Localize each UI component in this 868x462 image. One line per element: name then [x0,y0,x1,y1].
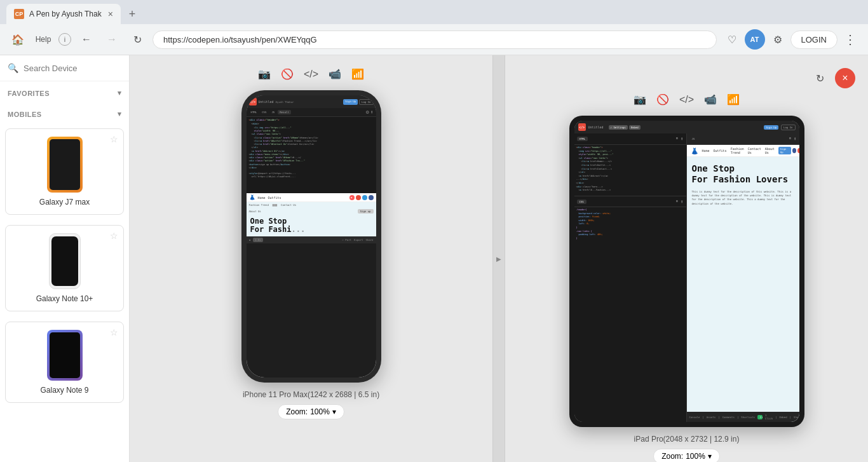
tab-close-button[interactable]: × [108,9,113,19]
wifi-icon-right[interactable]: 📶 [727,93,740,105]
tablet-frame: </> Untitled ✓ Settings Embed Sign Up Lo… [569,116,804,427]
zoom-chevron-right: ▾ [708,452,712,461]
refresh-button[interactable]: ↻ [127,29,147,50]
nav-bar: 🏠 Help i ← → ↻ https://codepen.io/tsayus… [0,24,868,55]
zoom-label-left: Zoom: [286,407,308,416]
active-tab[interactable]: CP A Pen by Ayush Thak × [6,4,121,24]
tab-favicon: CP [14,9,24,19]
preview-area: 📷 🚫 </> 📹 📶 </> [130,55,868,462]
bookmark-button[interactable]: ♡ [722,29,742,50]
left-preview-panel: 📷 🚫 </> 📹 📶 </> [130,55,492,462]
browser-chrome: CP A Pen by Ayush Thak × + 🏠 Help i ← → … [0,0,868,55]
preview-panels: 📷 🚫 </> 📹 📶 </> [130,55,868,462]
menu-button[interactable]: ⋮ [840,29,860,50]
tablet-screen: </> Untitled ✓ Settings Embed Sign Up Lo… [574,121,799,422]
favorite-star-j7[interactable]: ☆ [110,134,118,144]
zoom-value-right: 100% [686,452,705,461]
galaxy-note10-image [49,233,81,289]
device-card-galaxy-note10[interactable]: ☆ Galaxy Note 10+ [5,225,124,311]
mobiles-header[interactable]: MOBILES ▾ [8,107,121,121]
avatar-button[interactable]: AT [745,29,765,50]
camera-icon-left[interactable]: 📷 [258,68,271,80]
zoom-value-left: 100% [310,407,330,416]
camera-icon-right[interactable]: 📷 [634,93,646,105]
favorite-star-note9[interactable]: ☆ [110,327,118,337]
galaxy-j7-image [47,137,83,193]
video-icon-right[interactable]: 📹 [704,93,717,105]
ban-icon-right[interactable]: 🚫 [656,93,669,105]
search-area: 🔍 [0,55,129,81]
search-input[interactable] [24,64,121,73]
galaxy-note9-image [47,330,83,381]
left-device-toolbar: 📷 🚫 </> 📹 📶 [258,68,364,80]
url-text: https://codepen.io/tsayush/pen/XWEYqqG [163,35,706,44]
galaxy-note9-name: Galaxy Note 9 [13,386,116,395]
tab-title: A Pen by Ayush Thak [29,10,103,18]
device-card-galaxy-note9[interactable]: ☆ Galaxy Note 9 [5,322,124,403]
search-icon: 🔍 [8,63,18,73]
divider-icon: ▶ [496,255,501,262]
login-button[interactable]: LOGIN [790,31,837,49]
panel-divider[interactable]: ▶ [492,55,505,462]
favorites-label: FAVORITES [8,90,50,97]
galaxy-j7-name: Galaxy J7 max [13,198,116,207]
favorites-chevron: ▾ [118,89,122,97]
code-icon-right[interactable]: </> [679,94,694,105]
tab-bar: CP A Pen by Ayush Thak × + [0,0,868,24]
close-panel-button[interactable]: × [835,68,855,88]
mobiles-label: MOBILES [8,111,42,118]
favorites-header[interactable]: FAVORITES ▾ [8,86,121,100]
favorites-section: FAVORITES ▾ [0,81,129,102]
settings-button[interactable]: ⚙ [768,29,788,50]
tablet-device-label: iPad Pro(2048 x 2732 | 12.9 in) [634,435,740,444]
mobiles-chevron: ▾ [118,110,122,118]
galaxy-note10-name: Galaxy Note 10+ [13,294,116,303]
forward-button[interactable]: → [102,29,122,50]
zoom-label-right: Zoom: [661,452,683,461]
phone-screen: </> Untitled Ayush Thakur Sign Up Log In [247,95,376,377]
phone-device-label: iPhone 11 Pro Max(1242 x 2688 | 6.5 in) [243,390,379,399]
refresh-panel-button[interactable]: ↻ [810,68,830,88]
device-card-galaxy-j7[interactable]: ☆ Galaxy J7 max [5,128,124,215]
help-button[interactable]: Help [33,29,53,50]
phone-zoom-control[interactable]: Zoom: 100% ▾ [278,404,344,419]
sidebar: 🔍 FAVORITES ▾ MOBILES ▾ ☆ Galaxy J7 max … [0,55,130,462]
home-button[interactable]: 🏠 [8,29,28,50]
right-device-toolbar: 📷 🚫 </> 📹 📶 [634,93,740,105]
code-icon-left[interactable]: </> [304,69,318,80]
back-button[interactable]: ← [76,29,97,50]
main-content: 🔍 FAVORITES ▾ MOBILES ▾ ☆ Galaxy J7 max … [0,55,868,462]
phone-frame: </> Untitled Ayush Thakur Sign Up Log In [241,90,381,383]
nav-actions: ♡ AT ⚙ LOGIN ⋮ [722,29,860,50]
new-tab-button[interactable]: + [123,5,141,23]
tablet-zoom-control[interactable]: Zoom: 100% ▾ [653,449,720,462]
video-icon-left[interactable]: 📹 [329,68,341,80]
right-preview-panel: ↻ × 📷 🚫 </> 📹 📶 [505,55,868,462]
mobiles-section: MOBILES ▾ [0,102,129,123]
address-bar[interactable]: https://codepen.io/tsayush/pen/XWEYqqG [153,31,717,49]
info-button[interactable]: i [58,33,71,46]
ban-icon-left[interactable]: 🚫 [281,68,294,80]
zoom-chevron-left: ▾ [332,407,336,416]
wifi-icon-left[interactable]: 📶 [351,68,364,80]
favorite-star-note10[interactable]: ☆ [110,231,118,241]
